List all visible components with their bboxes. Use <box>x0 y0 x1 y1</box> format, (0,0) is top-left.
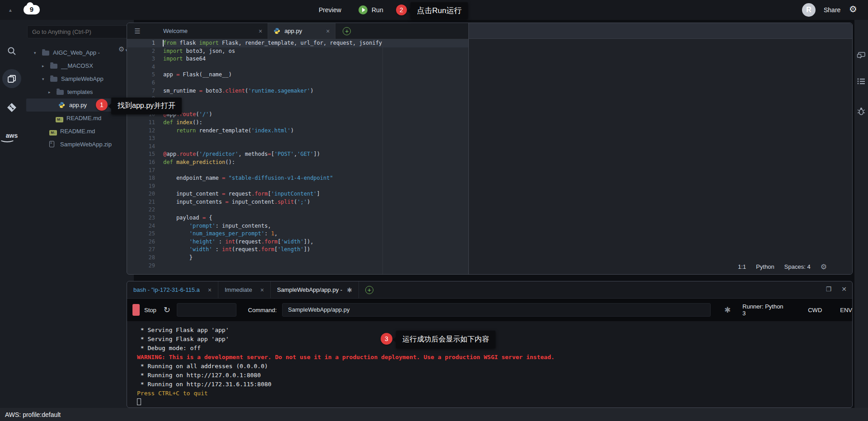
args-input[interactable] <box>177 303 236 317</box>
annotation-open-apppy: 找到app.py并打开 <box>111 98 182 114</box>
play-icon <box>359 5 368 14</box>
collapse-menubar-icon[interactable]: ▲ <box>8 8 13 13</box>
user-avatar[interactable]: R <box>802 3 816 17</box>
empty-editor-pane <box>468 23 852 274</box>
tree-caret-icon[interactable]: ▾ <box>34 51 36 55</box>
line-number: 16 <box>127 159 155 167</box>
stop-button-label: Stop <box>144 307 156 313</box>
annotation-click-run: 点击Run运行 <box>410 2 468 19</box>
close-tab-icon[interactable]: × <box>326 28 330 35</box>
code-line-16[interactable]: 16def make_prediction(): <box>127 159 468 167</box>
code-line-12[interactable]: 12 return render_template('index.html') <box>127 127 468 135</box>
editor-settings-gear-icon[interactable]: ⚙ <box>821 262 827 271</box>
code-line-20[interactable]: 20 input_content = request.form['inputCo… <box>127 190 468 198</box>
git-icon[interactable] <box>0 102 24 113</box>
code-line-23[interactable]: 23 payload = { <box>127 214 468 222</box>
code-line-4[interactable]: 4 <box>127 63 468 71</box>
code-line-3[interactable]: 3import base64 <box>127 55 468 63</box>
console-tab-samplewebapp-app-py-[interactable]: SampleWebApp/app.py -✱ <box>271 281 359 298</box>
restart-icon[interactable]: ↻ <box>164 305 170 315</box>
new-console-tab-button[interactable]: + <box>365 286 373 294</box>
maximize-panel-icon[interactable]: ❐ <box>826 285 832 293</box>
tab-label: Immediate <box>225 286 252 293</box>
tree-item-aigc-web-app-[interactable]: ▾AIGC_Web_App - <box>24 46 134 59</box>
running-spinner-icon: ✱ <box>347 286 352 294</box>
code-text: 'height' : int(request.form['width']), <box>163 238 313 246</box>
code-text: payload = { <box>163 214 212 222</box>
tab-label: bash - "ip-172-31-6-115.a <box>133 286 200 293</box>
new-tab-button[interactable]: + <box>343 27 351 35</box>
line-number: 6 <box>127 79 155 87</box>
close-tab-icon[interactable]: × <box>208 286 212 294</box>
code-text: @app.route('/predictor', methods=['POST'… <box>163 150 320 159</box>
print-margin <box>382 39 383 274</box>
code-line-25[interactable]: 25 'num_images_per_prompt': 1, <box>127 230 468 238</box>
console-tab-bash-ip-172-31-6-115-a[interactable]: bash - "ip-172-31-6-115.a× <box>127 281 218 298</box>
close-tab-icon[interactable]: × <box>260 286 264 294</box>
editor-tab-app-py[interactable]: app.py× <box>268 23 335 39</box>
code-line-29[interactable]: 29 <box>127 262 468 270</box>
code-line-28[interactable]: 28 } <box>127 254 468 262</box>
code-line-2[interactable]: 2import boto3, json, os <box>127 47 468 56</box>
aws-logo-icon[interactable]: aws <box>0 132 24 139</box>
indent-setting[interactable]: Spaces: 4 <box>784 263 811 270</box>
code-line-14[interactable]: 14 <box>127 143 468 151</box>
code-line-21[interactable]: 21 input_contents = input_content.split(… <box>127 198 468 206</box>
search-icon[interactable] <box>0 46 24 56</box>
code-line-19[interactable]: 19 <box>127 182 468 191</box>
code-editor[interactable]: 1from flask import Flask, render_templat… <box>127 39 468 274</box>
line-number: 27 <box>127 246 155 254</box>
code-line-1[interactable]: 1from flask import Flask, render_templat… <box>127 39 468 47</box>
cwd-button[interactable]: CWD <box>808 307 822 313</box>
tree-item-samplewebapp-zip[interactable]: SampleWebApp.zip <box>24 138 134 151</box>
close-panel-icon[interactable]: ✕ <box>841 285 847 293</box>
editor-statusbar: 1:1 Python Spaces: 4 ⚙ <box>738 262 827 271</box>
code-line-6[interactable]: 6 <box>127 79 468 87</box>
tree-item-templates[interactable]: ▸templates <box>24 85 134 98</box>
cursor-position[interactable]: 1:1 <box>738 263 746 270</box>
line-number: 18 <box>127 174 155 182</box>
tree-caret-icon[interactable]: ▸ <box>48 90 51 94</box>
code-line-18[interactable]: 18 endpoint_name = "stable-diffusion-v1-… <box>127 174 468 182</box>
share-button[interactable]: Share <box>824 0 840 20</box>
stop-button[interactable] <box>132 304 140 316</box>
line-number: 25 <box>127 230 155 238</box>
tree-item-readme-md[interactable]: M↓README.md <box>24 125 134 138</box>
editor-tab-welcome[interactable]: Welcome× <box>148 23 268 39</box>
settings-gear-icon[interactable]: ⚙ <box>849 4 857 14</box>
code-line-26[interactable]: 26 'height' : int(request.form['width'])… <box>127 238 468 246</box>
code-line-5[interactable]: 5app = Flask(__name__) <box>127 71 468 79</box>
tree-caret-icon[interactable]: ▾ <box>42 77 44 81</box>
run-toolbar: Stop ↻ Command: SampleWebApp/app.py ✱ Ru… <box>127 299 852 321</box>
debugger-bug-icon[interactable] <box>854 107 868 116</box>
code-line-7[interactable]: 7sm_runtime = boto3.client('runtime.sage… <box>127 87 468 95</box>
close-tab-icon[interactable]: × <box>259 28 262 35</box>
code-line-15[interactable]: 15@app.route('/predictor', methods=['POS… <box>127 150 468 159</box>
runner-selector[interactable]: Runner: Python 3 <box>742 303 788 317</box>
command-input[interactable]: SampleWebApp/app.py <box>282 303 711 317</box>
code-line-11[interactable]: 11def index(): <box>127 119 468 127</box>
goto-anything-input[interactable] <box>27 25 130 38</box>
tab-list-menu-icon[interactable]: ☰ <box>127 23 148 39</box>
tree-item-samplewebapp[interactable]: ▾SampleWebApp <box>24 72 134 85</box>
aws-profile-status: AWS: profile:default <box>5 411 61 418</box>
console-tab-immediate[interactable]: Immediate× <box>218 281 271 298</box>
code-line-24[interactable]: 24 'prompt': input_contents, <box>127 222 468 230</box>
tree-item--macosx[interactable]: ▸__MACOSX <box>24 59 134 72</box>
env-button[interactable]: ENV <box>840 307 852 313</box>
preview-menu[interactable]: Preview <box>319 0 341 20</box>
code-line-22[interactable]: 22 <box>127 206 468 214</box>
code-line-13[interactable]: 13 <box>127 135 468 143</box>
tab-label: app.py <box>284 28 314 34</box>
code-line-27[interactable]: 27 'width' : int(request.form['length']) <box>127 246 468 254</box>
run-button[interactable]: Run <box>359 0 383 20</box>
code-line-17[interactable]: 17 <box>127 167 468 175</box>
files-icon[interactable] <box>0 74 24 84</box>
line-number: 4 <box>127 63 155 71</box>
line-number: 15 <box>127 150 155 159</box>
language-mode[interactable]: Python <box>756 263 774 270</box>
tree-caret-icon[interactable]: ▸ <box>42 64 44 68</box>
outline-icon[interactable] <box>854 78 868 85</box>
tree-item-label: AIGC_Web_App - <box>53 49 100 56</box>
chat-icon[interactable] <box>854 51 868 60</box>
